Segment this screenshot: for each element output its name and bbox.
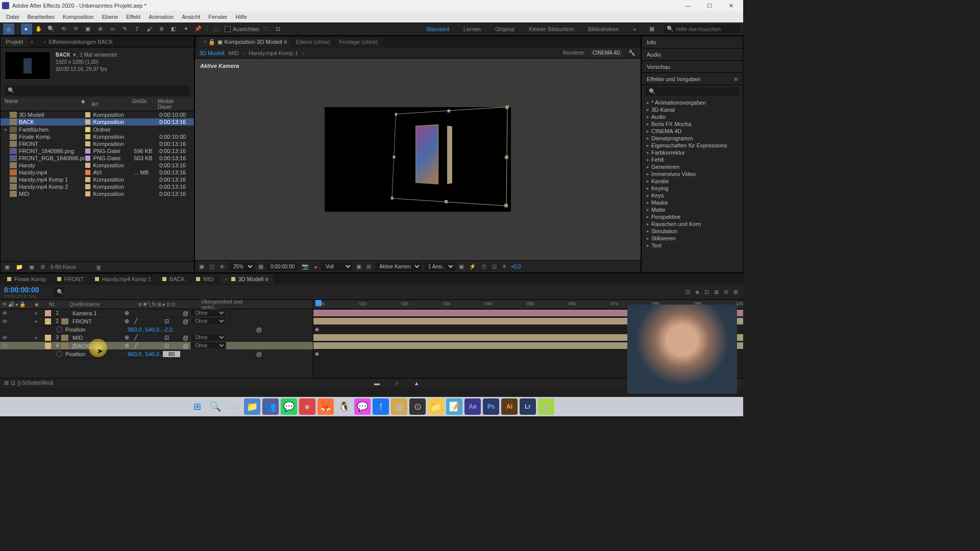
project-item[interactable]: Handy.mp4 AVI ... MB 0:00:13:16 bbox=[1, 169, 194, 176]
new-comp-icon[interactable]: ▣ bbox=[28, 263, 35, 271]
draft-3d-icon[interactable]: ◈ bbox=[694, 288, 700, 296]
help-search-input[interactable] bbox=[676, 26, 737, 32]
puppet-tool[interactable]: 📌 bbox=[192, 23, 204, 35]
layer-twirl[interactable]: ▸ bbox=[35, 342, 38, 349]
property-row[interactable]: Position 960,0,540,0,-2,0 @ bbox=[0, 325, 313, 334]
pickwhip-icon[interactable]: @ bbox=[183, 343, 188, 349]
viewport[interactable]: Aktive Kamera bbox=[195, 59, 641, 260]
effects-panel-tab[interactable]: Effekte und Vorgaben≡ bbox=[642, 73, 743, 85]
workspace-grid-icon[interactable]: ▦ bbox=[646, 23, 657, 35]
facebook-icon[interactable]: f bbox=[373, 398, 389, 415]
phone-3d-object[interactable] bbox=[414, 125, 447, 196]
effect-category[interactable]: ▸ Dienstprogramm bbox=[642, 135, 743, 142]
search-taskbar-icon[interactable]: 🔍 bbox=[207, 398, 224, 415]
renderer-select[interactable]: CINEMA 4D bbox=[590, 49, 623, 57]
effect-category[interactable]: ▸ Kanäle bbox=[642, 178, 743, 185]
layer-label[interactable] bbox=[45, 310, 51, 316]
exposure-reset-icon[interactable]: ☀ bbox=[501, 262, 508, 271]
menu-ansicht[interactable]: Ansicht bbox=[178, 12, 204, 21]
effect-category[interactable]: ▸ Perspektive bbox=[642, 213, 743, 220]
timeline-layer[interactable]: 👁 ▸ 1 Kamera 1 ⊕ @Ohne bbox=[0, 309, 313, 317]
project-item[interactable]: Handy.mp4 Komp 2 Komposition 0:00:13:16 bbox=[1, 183, 194, 190]
app-icon-4[interactable]: ▲ bbox=[538, 398, 554, 415]
messenger-icon[interactable]: 💬 bbox=[354, 398, 371, 415]
maximize-button[interactable]: ☐ bbox=[699, 1, 720, 11]
toggle-modes-icon[interactable]: ⊡ bbox=[10, 379, 16, 387]
graph-editor-icon[interactable]: ⊞ bbox=[732, 288, 739, 296]
parent-select[interactable]: Ohne bbox=[190, 317, 226, 325]
shy-icon[interactable]: ⊡ bbox=[703, 288, 710, 296]
expand-workspace-icon[interactable]: » bbox=[629, 23, 640, 35]
bit-depth[interactable]: 8-Bit-Kanal bbox=[51, 264, 76, 270]
always-preview-icon[interactable]: ▣ bbox=[198, 262, 205, 271]
keyframe-marker[interactable] bbox=[315, 328, 319, 332]
timeline-layer[interactable]: 👁 ▸ 2 FRONT ⊕╱⊡ @Ohne bbox=[0, 317, 313, 325]
parent-select[interactable]: Ohne bbox=[190, 309, 226, 317]
comp-flow-icon[interactable]: ⊡ bbox=[491, 262, 498, 271]
timeline-tab[interactable]: FRONT bbox=[52, 274, 89, 284]
fast-preview-icon[interactable]: ⚡ bbox=[468, 262, 477, 271]
transparency-icon[interactable]: ◫ bbox=[208, 262, 215, 271]
project-item[interactable]: FRONT_1840886.png PNG-Datei 596 KB 0:00:… bbox=[1, 147, 194, 155]
text-tool[interactable]: T bbox=[131, 23, 142, 35]
layer-twirl[interactable]: ▸ bbox=[35, 334, 38, 341]
effect-category[interactable]: ▸ Rauschen und Korn bbox=[642, 220, 743, 228]
effect-category[interactable]: ▸ Stilisieren bbox=[642, 235, 743, 242]
views-select[interactable]: 1 Ansi... bbox=[424, 262, 455, 271]
project-tab[interactable]: Projekt bbox=[1, 37, 28, 47]
project-item[interactable]: FRONT Komposition 0:00:13:16 bbox=[1, 140, 194, 147]
layer-label[interactable] bbox=[45, 318, 51, 324]
pickwhip-icon[interactable]: @ bbox=[183, 335, 188, 341]
close-button[interactable]: ✕ bbox=[721, 1, 741, 11]
project-item[interactable]: ▸ Farbflächen Ordner bbox=[1, 126, 194, 133]
menu-effekt[interactable]: Effekt bbox=[122, 12, 144, 21]
notepad-icon[interactable]: 📝 bbox=[446, 398, 462, 415]
workspace-kleiner bildschirm[interactable]: Kleiner Bildschirm bbox=[525, 24, 578, 34]
app-icon-1[interactable]: ● bbox=[299, 398, 315, 415]
workspace-bibliotheken[interactable]: Bibliotheken bbox=[584, 24, 623, 34]
align-checkbox[interactable]: Ausrichten bbox=[225, 26, 259, 32]
stopwatch-icon[interactable] bbox=[56, 327, 62, 333]
expression-pickwhip-icon[interactable]: @ bbox=[256, 351, 262, 357]
obs-icon[interactable]: ⊙ bbox=[409, 398, 426, 415]
clone-tool[interactable]: ⊕ bbox=[156, 23, 167, 35]
zoom-in-icon[interactable]: ▲ bbox=[414, 380, 420, 386]
visibility-toggle[interactable]: 👁 bbox=[2, 343, 8, 349]
solo-col-icon[interactable]: ● bbox=[15, 302, 18, 307]
info-panel-tab[interactable]: Info bbox=[642, 36, 743, 48]
effect-category[interactable]: ▸ 3D-Kanal bbox=[642, 106, 743, 113]
layer-label[interactable] bbox=[45, 343, 51, 349]
effects-search[interactable]: 🔍 bbox=[646, 87, 739, 96]
menu-komposition[interactable]: Komposition bbox=[59, 12, 98, 21]
mask-icon[interactable]: 👁 bbox=[218, 263, 226, 271]
grid-icon[interactable]: ⊞ bbox=[365, 262, 372, 271]
project-item[interactable]: Finale Komp Komposition 0:00:10:00 bbox=[1, 133, 194, 140]
toggle-switches-icon[interactable]: ⊞ bbox=[3, 379, 10, 387]
selection-tool[interactable]: ▸ bbox=[21, 23, 32, 35]
ps-taskbar-icon[interactable]: Ps bbox=[483, 398, 499, 415]
label-column-icon[interactable]: ◆ bbox=[81, 98, 91, 110]
menu-datei[interactable]: Datei bbox=[2, 12, 23, 21]
visibility-toggle[interactable]: 👁 bbox=[2, 335, 8, 341]
minimize-button[interactable]: — bbox=[678, 1, 698, 11]
snap-icon[interactable]: ⬚ bbox=[210, 23, 222, 35]
effect-category[interactable]: ▸ Text bbox=[642, 242, 743, 249]
composition-canvas[interactable] bbox=[325, 107, 511, 212]
effect-category[interactable]: ▸ Audio bbox=[642, 113, 743, 120]
eraser-tool[interactable]: ◧ bbox=[168, 23, 179, 35]
task-view-icon[interactable]: ▭ bbox=[226, 398, 242, 415]
pen-tool[interactable]: ✎ bbox=[119, 23, 130, 35]
breadcrumb-item[interactable]: Handy.mp4 Komp 1 bbox=[249, 50, 298, 56]
zoom-slider[interactable]: ○ bbox=[395, 380, 399, 386]
menu-ebene[interactable]: Ebene bbox=[97, 12, 122, 21]
explorer-icon[interactable]: 📁 bbox=[244, 398, 260, 415]
effect-category[interactable]: ▸ Eigenschaften für Expressions bbox=[642, 142, 743, 149]
exposure-value[interactable]: +0,0 bbox=[511, 264, 521, 269]
rotate-tool[interactable]: ⟳ bbox=[70, 23, 81, 35]
visibility-toggle[interactable]: 👁 bbox=[2, 318, 8, 324]
app-icon-2[interactable]: 🐧 bbox=[336, 398, 352, 415]
snap-option-1[interactable]: ⸬ bbox=[260, 23, 272, 35]
whatsapp-icon[interactable]: 💬 bbox=[281, 398, 297, 415]
switch-mode-toggle[interactable]: Schalter/Modi bbox=[22, 380, 53, 386]
ae-taskbar-icon[interactable]: Ae bbox=[464, 398, 481, 415]
